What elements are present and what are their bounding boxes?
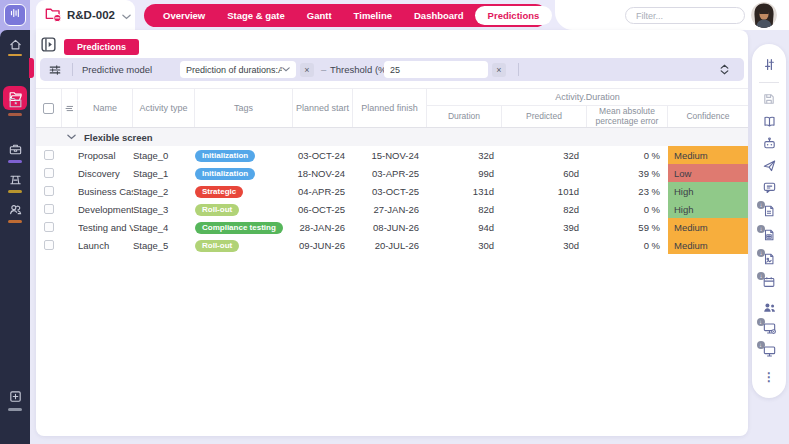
calendar-button[interactable]: ↓: [752, 275, 786, 293]
sidebar-item-add[interactable]: [0, 389, 30, 405]
sidebar-item-home[interactable]: [0, 37, 30, 53]
project-tab[interactable]: R&D-002: [36, 0, 135, 30]
more-button[interactable]: ⋮: [752, 368, 786, 386]
row-checkbox[interactable]: [44, 222, 54, 232]
row-select-cell: [36, 222, 62, 232]
row-select-cell: [36, 240, 62, 250]
column-header-mape[interactable]: Mean absolute percentage error: [587, 106, 668, 127]
tab-stage-gate[interactable]: Stage & gate: [216, 10, 296, 21]
expand-panel-icon[interactable]: [40, 36, 57, 57]
column-header-activity-type[interactable]: Activity type: [133, 89, 195, 127]
table-row[interactable]: Testing and V...Stage_4Compliance testin…: [36, 218, 748, 236]
cell-name: Business Case: [78, 186, 133, 197]
row-checkbox[interactable]: [44, 186, 54, 196]
column-header-predicted[interactable]: Predicted: [502, 106, 587, 127]
table-row[interactable]: DiscoveryStage_1Initialization18-NOV-240…: [36, 164, 748, 182]
app-logo[interactable]: [4, 4, 26, 26]
table-row[interactable]: ProposalStage_0Initialization03-OCT-2415…: [36, 146, 748, 164]
tab-gantt[interactable]: Gantt: [296, 10, 343, 21]
cell-mape: 39 %: [587, 168, 668, 179]
tag-pill: Roll-out: [195, 240, 239, 252]
table-row[interactable]: DevelopmentStage_3Roll-out06-OCT-2527-JA…: [36, 200, 748, 218]
sliders-icon: [762, 57, 777, 72]
tab-timeline[interactable]: Timeline: [343, 10, 403, 21]
export-pdf-button[interactable]: ↓: [752, 204, 786, 222]
row-checkbox[interactable]: [44, 150, 54, 160]
row-select-cell: [36, 168, 62, 178]
cell-confidence: Medium: [668, 146, 748, 164]
cell-activity-type: Stage_5: [133, 240, 195, 251]
spinner-control[interactable]: [720, 58, 729, 81]
tab-dashboard[interactable]: Dashboard: [403, 10, 475, 21]
cell-mape: 59 %: [587, 222, 668, 233]
threshold-input[interactable]: 25: [384, 61, 488, 78]
column-header-tags[interactable]: Tags: [195, 89, 293, 127]
cell-duration: 82d: [427, 204, 502, 215]
export-spreadsheet-button[interactable]: ↓: [752, 228, 786, 246]
cell-name: Testing and V...: [78, 222, 133, 233]
divider: [72, 63, 73, 76]
group-row-label: Flexible screen: [84, 132, 153, 143]
download-badge: ↓: [757, 318, 765, 326]
cell-duration: 94d: [427, 222, 502, 233]
sidebar-item-stage-gate[interactable]: [0, 172, 30, 188]
robot-button[interactable]: [752, 134, 786, 152]
waveform-logo-icon: [8, 6, 22, 24]
comment-icon: [762, 180, 777, 195]
column-header-planned-start[interactable]: Planned start: [293, 89, 353, 127]
sidebar-item-briefcase[interactable]: [0, 142, 30, 158]
tag-pill: Initialization: [195, 168, 255, 180]
screen-settings-button[interactable]: ↓: [752, 321, 786, 339]
tab-predictions[interactable]: Predictions: [475, 6, 553, 25]
group-row[interactable]: Flexible screen: [36, 128, 748, 146]
cell-confidence: Low: [668, 164, 748, 182]
table-row[interactable]: Business CaseStage_2Strategic04-APR-2503…: [36, 182, 748, 200]
cell-predicted: 32d: [502, 150, 587, 161]
column-header-duration[interactable]: Duration: [427, 106, 502, 127]
column-header-planned-finish[interactable]: Planned finish: [353, 89, 427, 127]
add-view-button[interactable]: [560, 8, 575, 23]
project-chevron-down-icon[interactable]: [122, 6, 131, 24]
cell-planned-start: 28-JAN-26: [293, 222, 353, 233]
send-button[interactable]: [752, 156, 786, 174]
predictions-button[interactable]: Predictions: [64, 39, 139, 55]
cell-planned-finish: 20-JUL-26: [353, 240, 427, 251]
screen-button[interactable]: ↓: [752, 344, 786, 362]
row-checkbox[interactable]: [44, 168, 54, 178]
sidebar-item-users[interactable]: [0, 202, 30, 218]
column-header-confidence[interactable]: Confidence: [668, 106, 748, 127]
select-all-header[interactable]: [36, 89, 62, 127]
team-button[interactable]: [752, 298, 786, 316]
column-header-name[interactable]: Name: [78, 89, 133, 127]
report-book-button[interactable]: [752, 112, 786, 130]
sliders-button[interactable]: [752, 55, 786, 73]
select-all-checkbox[interactable]: [43, 103, 54, 114]
export-image-button[interactable]: ↓: [752, 252, 786, 270]
row-checkbox[interactable]: [44, 240, 54, 250]
comment-button[interactable]: [752, 178, 786, 196]
hierarchy-header[interactable]: [62, 89, 78, 127]
row-checkbox[interactable]: [44, 204, 54, 214]
plus-square-icon: [8, 389, 23, 405]
sidebar-item-folder-star[interactable]: [0, 95, 30, 111]
model-select[interactable]: Prediction of durations:Acti: [180, 61, 296, 78]
right-toolbar: ↓ ↓ ↓ ↓: [752, 44, 786, 398]
clear-threshold-button[interactable]: ×: [492, 63, 506, 77]
table-row[interactable]: LaunchStage_5Roll-out09-JUN-2620-JUL-263…: [36, 236, 748, 254]
cell-confidence: High: [668, 182, 748, 200]
cell-planned-finish: 08-JUN-26: [353, 222, 427, 233]
panel-toolbar: Predictions: [40, 38, 139, 55]
filter-input[interactable]: [625, 7, 745, 24]
cell-predicted: 82d: [502, 204, 587, 215]
tab-overview[interactable]: Overview: [152, 10, 216, 21]
cell-activity-type: Stage_3: [133, 204, 195, 215]
filter-sliders-icon[interactable]: [48, 58, 62, 81]
download-badge: ↓: [757, 249, 765, 257]
save-button[interactable]: [752, 90, 786, 108]
group-collapse-icon[interactable]: [67, 134, 76, 140]
cell-planned-start: 03-OCT-24: [293, 150, 353, 161]
cell-tags: Strategic: [195, 185, 293, 198]
sidebar-nav: [0, 30, 30, 444]
user-avatar[interactable]: [751, 2, 777, 28]
clear-model-button[interactable]: ×: [300, 63, 314, 77]
